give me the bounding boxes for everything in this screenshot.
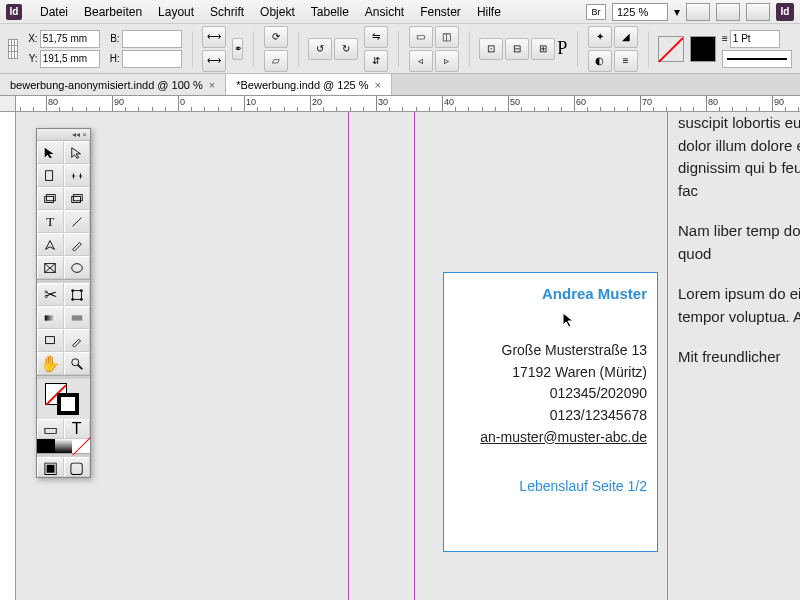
shear-icon: ▱	[272, 55, 280, 66]
bridge-button[interactable]: Br	[586, 4, 606, 20]
zoom-level[interactable]: 125 %	[612, 3, 668, 21]
line-tool[interactable]	[64, 210, 91, 233]
arrange-docs[interactable]	[746, 3, 770, 21]
card-pageinfo: Lebenslauf Seite 1/2	[454, 478, 647, 494]
width-input[interactable]	[122, 30, 182, 48]
panel-header[interactable]: ◂◂ ×	[37, 129, 90, 141]
card-email: an-muster@muster-abc.de	[454, 427, 647, 449]
margin-guide-right	[667, 112, 668, 600]
height-input[interactable]	[122, 50, 182, 68]
pen-tool[interactable]	[37, 233, 64, 256]
p-icon: P	[557, 38, 567, 60]
percent-icon: ⟷	[207, 55, 221, 66]
apply-color-row[interactable]	[37, 439, 90, 453]
menu-objekt[interactable]: Objekt	[252, 5, 303, 19]
svg-rect-0	[46, 170, 53, 180]
close-icon[interactable]: ×	[374, 79, 380, 91]
menu-bearbeiten[interactable]: Bearbeiten	[76, 5, 150, 19]
free-transform-tool[interactable]	[64, 283, 91, 306]
tab-doc-1[interactable]: bewerbung-anonymisiert.indd @ 100 %×	[0, 74, 226, 95]
document-canvas[interactable]: Andrea Muster Große Musterstraße 13 1719…	[16, 112, 800, 600]
ruler-origin[interactable]	[0, 96, 16, 112]
page-tool[interactable]	[37, 164, 64, 187]
formatting-container-btn[interactable]: ▭	[37, 419, 64, 439]
select-prev-btn[interactable]: ◃	[409, 50, 433, 72]
menu-tabelle[interactable]: Tabelle	[303, 5, 357, 19]
menu-layout[interactable]: Layout	[150, 5, 202, 19]
selection-tool[interactable]	[37, 141, 64, 164]
body-p3: Lorem ipsum do eirmod tempor voluptua. A…	[678, 283, 800, 328]
shear-btn[interactable]: ▱	[264, 50, 288, 72]
gradient-feather-tool[interactable]	[64, 306, 91, 329]
center-content-btn[interactable]: ⊞	[531, 38, 555, 60]
svg-rect-16	[72, 315, 83, 320]
opacity-btn[interactable]: ◐	[588, 50, 612, 72]
zoom-tool[interactable]	[64, 352, 91, 375]
effects-btn[interactable]: ✦	[588, 26, 612, 48]
select-container-btn[interactable]: ▭	[409, 26, 433, 48]
stroke-weight-input[interactable]	[730, 30, 780, 48]
pencil-tool[interactable]	[64, 233, 91, 256]
preview-view-btn[interactable]: ▢	[64, 457, 91, 477]
eyedropper-tool[interactable]	[64, 329, 91, 352]
scale-y-btn[interactable]: ⟷	[202, 50, 226, 72]
normal-view-btn[interactable]: ▣	[37, 457, 64, 477]
rotate-cw-btn[interactable]: ↻	[334, 38, 358, 60]
stroke-black-swatch[interactable]	[690, 36, 716, 62]
view-options[interactable]	[686, 3, 710, 21]
svg-line-19	[78, 364, 82, 368]
tab-doc-2[interactable]: *Bewerbung.indd @ 125 %×	[226, 74, 392, 95]
select-content-btn[interactable]: ◫	[435, 26, 459, 48]
ruler-vertical[interactable]	[0, 112, 16, 600]
corner-btn[interactable]: ◢	[614, 26, 638, 48]
stroke-swatch[interactable]	[57, 393, 79, 415]
body-text-column: suscipit lobortis eum iriure dolor illum…	[678, 112, 800, 387]
flip-h-btn[interactable]: ⇋	[364, 26, 388, 48]
close-icon[interactable]: ×	[209, 79, 215, 91]
menu-datei[interactable]: Datei	[32, 5, 76, 19]
flip-v-btn[interactable]: ⇵	[364, 50, 388, 72]
menu-schrift[interactable]: Schrift	[202, 5, 252, 19]
note-tool[interactable]	[37, 329, 64, 352]
scissors-tool[interactable]: ✂	[37, 283, 64, 306]
fit-content-btn[interactable]: ⊡	[479, 38, 503, 60]
menu-hilfe[interactable]: Hilfe	[469, 5, 509, 19]
gradient-swatch-tool[interactable]	[37, 306, 64, 329]
menu-bar: Id Datei Bearbeiten Layout Schrift Objek…	[0, 0, 800, 24]
direct-selection-tool[interactable]	[64, 141, 91, 164]
wrap-btn[interactable]: ≡	[614, 50, 638, 72]
zoom-dropdown-icon[interactable]: ▾	[674, 5, 680, 19]
select-next-btn[interactable]: ▹	[435, 50, 459, 72]
ruler-horizontal[interactable]: 7080900102030405060708090	[16, 96, 800, 112]
rotate-ccw-btn[interactable]: ↺	[308, 38, 332, 60]
fill-none-swatch[interactable]	[658, 36, 684, 62]
ellipse-tool[interactable]	[64, 256, 91, 279]
x-input[interactable]	[40, 30, 100, 48]
tools-panel[interactable]: ◂◂ × T ✂ ✋	[36, 128, 91, 478]
rotate-btn[interactable]: ⟳	[264, 26, 288, 48]
fill-stroke-swatches[interactable]	[37, 379, 90, 419]
menu-fenster[interactable]: Fenster	[412, 5, 469, 19]
type-tool[interactable]: T	[37, 210, 64, 233]
scale-x-btn[interactable]: ⟷	[202, 26, 226, 48]
content-placer-tool[interactable]	[64, 187, 91, 210]
y-input[interactable]	[40, 50, 100, 68]
formatting-text-btn[interactable]: T	[64, 419, 91, 439]
stroke-style-select[interactable]	[722, 50, 792, 68]
reference-point[interactable]	[8, 39, 18, 59]
screen-mode[interactable]	[716, 3, 740, 21]
svg-point-12	[80, 289, 83, 292]
card-mobile: 0123/12345678	[454, 405, 647, 427]
x-label: X:	[24, 33, 38, 44]
rotate-cw-icon: ↻	[342, 43, 350, 54]
menu-ansicht[interactable]: Ansicht	[357, 5, 412, 19]
fit-frame-btn[interactable]: ⊟	[505, 38, 529, 60]
gap-tool[interactable]	[64, 164, 91, 187]
h-label: H:	[106, 53, 120, 64]
control-bar: X: Y: B: H: ⟷ ⟷ ⚭ ⟳ ▱ ↺ ↻ ⇋ ⇵ ▭ ◫ ◃ ▹ ⊡ …	[0, 24, 800, 74]
address-text-frame[interactable]: Andrea Muster Große Musterstraße 13 1719…	[443, 272, 658, 552]
constrain-btn[interactable]: ⚭	[232, 38, 243, 60]
rectangle-frame-tool[interactable]	[37, 256, 64, 279]
content-collector-tool[interactable]	[37, 187, 64, 210]
hand-tool[interactable]: ✋	[37, 352, 64, 375]
